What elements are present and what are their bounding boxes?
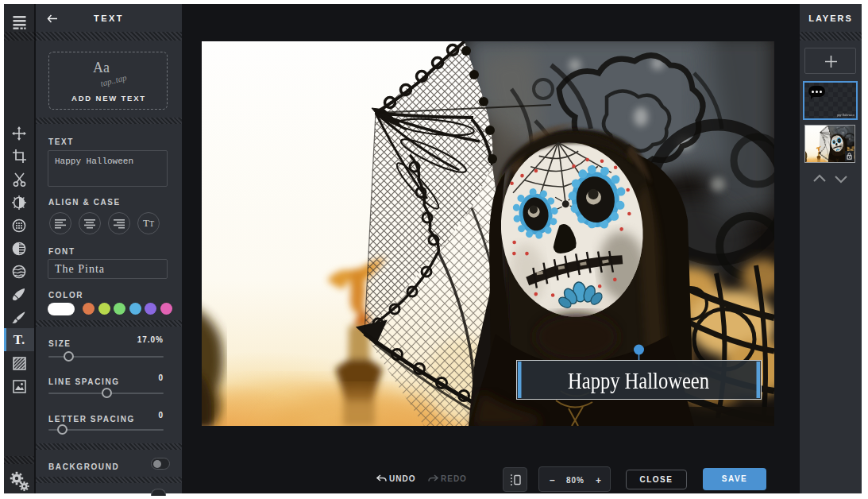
- svg-text:Happy Halloween: Happy Halloween: [568, 367, 709, 393]
- svg-text:Happy Halloween: Happy Halloween: [837, 114, 854, 117]
